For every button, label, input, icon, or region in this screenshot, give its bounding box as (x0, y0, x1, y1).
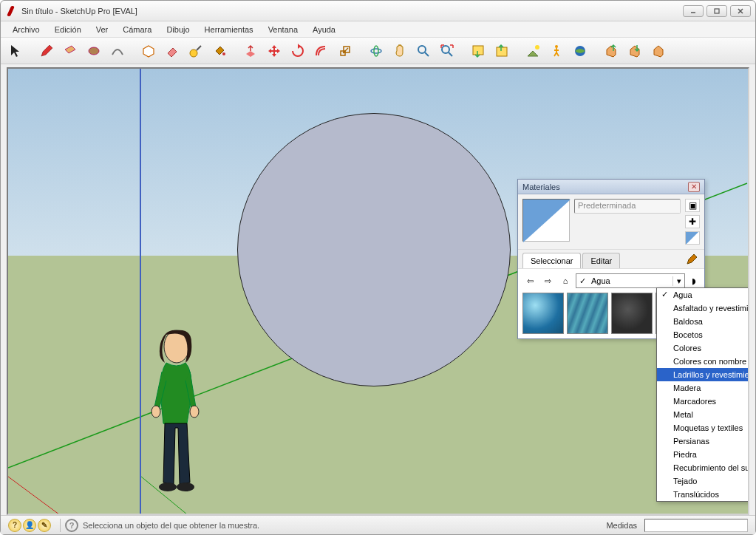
tool-get-photo-texture[interactable] (468, 41, 488, 61)
tool-pencil[interactable] (36, 41, 57, 61)
dropdown-item[interactable]: Piedra (657, 448, 749, 461)
tool-select[interactable] (5, 41, 26, 61)
menu-ayuda[interactable]: Ayuda (307, 24, 341, 35)
nav-forward-button[interactable]: ⇨ (540, 273, 555, 288)
model-circle-face[interactable] (237, 113, 511, 386)
divider (60, 519, 61, 532)
tool-tape-measure[interactable] (185, 41, 206, 61)
svg-point-7 (222, 52, 225, 55)
svg-point-4 (89, 47, 99, 55)
tool-preview-ge[interactable] (570, 41, 590, 61)
dropdown-item[interactable]: Madera (657, 381, 749, 395)
dropdown-item[interactable]: Marcadores (657, 395, 749, 408)
tool-push-pull[interactable] (240, 41, 261, 61)
svg-line-14 (425, 52, 429, 56)
menu-camara[interactable]: Cámara (117, 24, 157, 35)
tool-paint-bucket[interactable] (209, 41, 230, 61)
svg-point-12 (374, 46, 378, 56)
tool-eraser[interactable] (162, 41, 183, 61)
titlebar: Sin título - SketchUp Pro [EVAL] (1, 1, 755, 21)
current-material-swatch[interactable] (522, 199, 570, 242)
tool-zoom-extents[interactable] (437, 41, 457, 61)
panel-title-text: Materiales (522, 183, 560, 191)
statusbar: ? 👤 ✎ ? Selecciona un objeto del que obt… (1, 515, 755, 534)
tool-add-location[interactable] (522, 41, 543, 61)
material-name-field[interactable]: Predeterminada (574, 199, 681, 214)
tool-warehouse-share[interactable] (624, 41, 645, 61)
toolbar (1, 38, 755, 64)
panel-close-button[interactable]: ✕ (688, 182, 700, 192)
status-icon-3[interactable]: ✎ (38, 519, 51, 532)
dropdown-item[interactable]: Translúcidos (657, 488, 749, 501)
dropdown-item[interactable]: Tejado (657, 474, 749, 488)
dropdown-item[interactable]: Persianas (657, 435, 749, 448)
menu-herramientas[interactable]: Herramientas (199, 24, 259, 35)
tool-move[interactable] (264, 41, 285, 61)
close-button[interactable] (730, 5, 751, 17)
dropdown-item[interactable]: Ladrillos y revestimientos (657, 368, 749, 381)
axis-blue (140, 69, 141, 514)
tool-zoom[interactable] (413, 41, 434, 61)
measure-input[interactable] (644, 519, 748, 532)
svg-point-29 (177, 483, 194, 491)
svg-point-11 (371, 49, 381, 53)
dropdown-item[interactable]: Asfaltado y revestimientos (657, 301, 749, 315)
tool-orbit[interactable] (366, 41, 386, 61)
menu-ver[interactable]: Ver (90, 24, 115, 35)
dropdown-item[interactable]: Agua (657, 288, 749, 301)
dropdown-item[interactable]: Moquetas y textiles (657, 421, 749, 435)
tool-offset[interactable] (311, 41, 332, 61)
panel-titlebar[interactable]: Materiales ✕ (518, 180, 704, 194)
tool-extension[interactable] (648, 41, 669, 61)
tool-rectangle[interactable] (60, 41, 81, 61)
dropdown-item[interactable]: Bocetos (657, 328, 749, 341)
svg-point-19 (535, 45, 539, 50)
tool-arc[interactable] (107, 41, 128, 61)
display-secondary-pane-button[interactable]: ▣ (685, 199, 700, 212)
combo-value: Agua (588, 276, 672, 285)
dropdown-item[interactable]: Baldosa (657, 315, 749, 328)
minimize-button[interactable] (683, 5, 704, 17)
sample-paint-icon[interactable] (685, 253, 700, 268)
dropdown-item[interactable]: Recubrimiento del suelo (657, 461, 749, 474)
tool-pan[interactable] (389, 41, 410, 61)
nav-back-button[interactable]: ⇦ (522, 273, 537, 288)
menu-dibujo[interactable]: Dibujo (160, 24, 195, 35)
material-thumb[interactable] (611, 293, 653, 334)
status-icon-2[interactable]: 👤 (23, 519, 36, 532)
help-icon[interactable]: ? (65, 519, 78, 532)
measure-label: Medidas (606, 521, 640, 530)
maximize-button[interactable] (706, 5, 727, 17)
tool-send-photo[interactable] (491, 41, 512, 61)
status-icon-1[interactable]: ? (8, 519, 21, 532)
svg-rect-1 (715, 9, 719, 13)
app-logo-icon (5, 5, 17, 17)
scale-figure (144, 327, 218, 497)
combo-dropdown-button[interactable]: ▾ (672, 276, 684, 286)
dropdown-item[interactable]: Metal (657, 408, 749, 421)
library-combo[interactable]: ✓ Agua ▾ (576, 273, 685, 288)
dropdown-item[interactable]: Colores con nombre (657, 355, 749, 368)
tool-make-component[interactable] (138, 41, 159, 61)
tab-seleccionar[interactable]: Seleccionar (522, 253, 581, 268)
tool-walk[interactable] (546, 41, 567, 61)
tab-editar[interactable]: Editar (582, 253, 620, 268)
tool-scale[interactable] (335, 41, 355, 61)
dropdown-item[interactable]: Colores (657, 341, 749, 355)
svg-point-20 (555, 45, 558, 48)
nav-home-button[interactable]: ⌂ (558, 273, 573, 288)
menu-edicion[interactable]: Edición (49, 24, 87, 35)
viewport[interactable]: Materiales ✕ Predeterminada ▣ ✚ Seleccio… (7, 67, 749, 515)
details-menu-button[interactable]: ◗ (688, 276, 700, 286)
svg-point-27 (190, 406, 199, 418)
tool-circle[interactable] (84, 41, 104, 61)
create-material-button[interactable]: ✚ (685, 215, 700, 228)
default-material-button[interactable] (685, 231, 700, 245)
menu-ventana[interactable]: Ventana (262, 24, 304, 35)
tool-warehouse-get[interactable] (601, 41, 622, 61)
library-dropdown-list[interactable]: AguaAsfaltado y revestimientosBaldosaBoc… (656, 287, 749, 502)
menu-archivo[interactable]: Archivo (7, 24, 46, 35)
material-thumb[interactable] (522, 293, 564, 334)
material-thumb[interactable] (567, 293, 608, 334)
tool-rotate[interactable] (287, 41, 308, 61)
